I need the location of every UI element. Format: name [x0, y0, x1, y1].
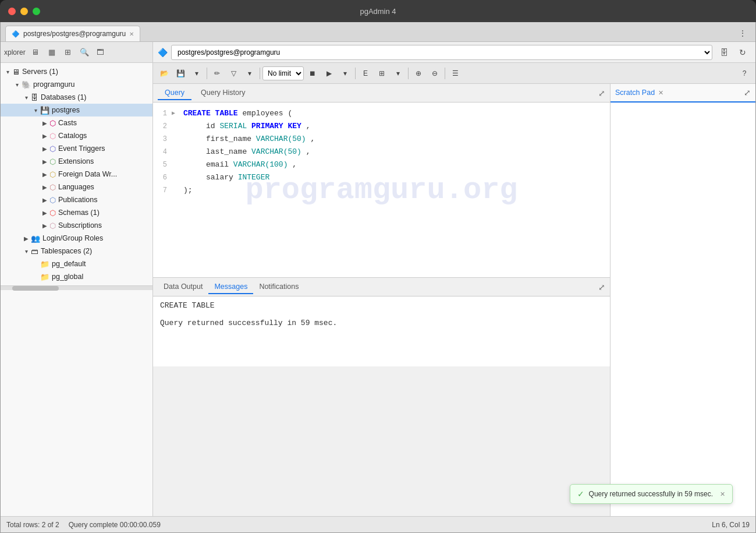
- run-options-btn[interactable]: ▾: [338, 66, 353, 81]
- toggle-subscriptions[interactable]: ▶: [40, 221, 49, 230]
- open-file-btn[interactable]: 📂: [157, 66, 172, 81]
- tree-item-extensions[interactable]: ▶ ⬡ Extensions: [1, 155, 152, 168]
- event-triggers-label: Event Triggers: [58, 144, 105, 153]
- tree-item-databases[interactable]: ▾ 🗄 Databases (1): [1, 91, 152, 104]
- pg-global-label: pg_global: [52, 273, 83, 281]
- tab-query-history-label: Query History: [201, 89, 245, 97]
- toggle-postgres[interactable]: ▾: [31, 105, 40, 115]
- tree-item-programguru[interactable]: ▾ 🐘 programguru: [1, 78, 152, 91]
- toggle-databases[interactable]: ▾: [22, 93, 31, 102]
- explain-analyze-btn[interactable]: ⊞: [374, 66, 389, 81]
- tree-item-postgres[interactable]: ▾ 💾 postgres: [1, 104, 152, 117]
- foreign-data-label: Foreign Data Wr...: [58, 170, 117, 178]
- save-btn[interactable]: 💾: [173, 66, 188, 81]
- tree-item-languages[interactable]: ▶ ⬡ Languages: [1, 181, 152, 193]
- tree-item-event-triggers[interactable]: ▶ ⬡ Event Triggers: [1, 142, 152, 155]
- search-icon-btn[interactable]: 🔍: [77, 45, 92, 60]
- postgres-label: postgres: [52, 106, 80, 114]
- toggle-event-triggers[interactable]: ▶: [40, 144, 49, 153]
- tree-item-tablespaces[interactable]: ▾ 🗃 Tablespaces (2): [1, 245, 152, 257]
- toggle-catalogs[interactable]: ▶: [40, 131, 49, 140]
- sql-editor[interactable]: programguru.org 1 ▶ CREATE TABLE employe…: [153, 103, 610, 277]
- commit-btn[interactable]: ⊕: [411, 66, 426, 81]
- query-tab[interactable]: 🔷 postgres/postgres@programguru ✕: [5, 26, 140, 41]
- app-title: pgAdmin 4: [360, 7, 396, 16]
- toast-close-btn[interactable]: ✕: [720, 490, 725, 498]
- tree-item-subscriptions[interactable]: ▶ ⬡ Subscriptions: [1, 219, 152, 232]
- tablespaces-label: Tablespaces (2): [41, 247, 92, 255]
- tab-data-output[interactable]: Data Output: [158, 280, 208, 294]
- tree-item-pg-default[interactable]: ▶ 📁 pg_default: [1, 257, 152, 270]
- more-options-button[interactable]: ⋮: [734, 25, 751, 41]
- query-history-btn[interactable]: ☰: [448, 66, 463, 81]
- explain-options-btn[interactable]: ▾: [391, 66, 406, 81]
- tab-messages[interactable]: Messages: [208, 280, 253, 294]
- tree-item-publications[interactable]: ▶ ⬡ Publications: [1, 193, 152, 206]
- image-icon-btn[interactable]: 🗔: [93, 45, 108, 60]
- toggle-casts[interactable]: ▶: [40, 118, 49, 128]
- toggle-login-roles[interactable]: ▶: [22, 234, 31, 243]
- table-icon-btn[interactable]: ▦: [44, 45, 59, 60]
- stop-btn[interactable]: ⏹: [305, 66, 320, 81]
- right-panel: 🔷 postgres/postgres@programguru 🗄 ↻ 📂 💾 …: [153, 42, 755, 516]
- refresh-connection-btn[interactable]: ↻: [734, 45, 751, 60]
- tab-query[interactable]: Query: [158, 86, 191, 100]
- help-btn[interactable]: ?: [737, 66, 752, 81]
- maximize-button[interactable]: [33, 8, 40, 15]
- scratch-pad-close[interactable]: ✕: [658, 89, 663, 97]
- sidebar-toolbar: xplorer 🖥 ▦ ⊞ 🔍 🗔: [1, 42, 152, 63]
- query-tab-label: postgres/postgres@programguru: [23, 30, 126, 38]
- toggle-languages[interactable]: ▶: [40, 182, 49, 192]
- rollback-btn[interactable]: ⊖: [427, 66, 442, 81]
- scratch-pad-expand[interactable]: ⤢: [744, 88, 751, 97]
- tree-item-servers[interactable]: ▾ 🖥 Servers (1): [1, 65, 152, 78]
- filter-btn[interactable]: ▽: [226, 66, 241, 81]
- toggle-publications[interactable]: ▶: [40, 195, 49, 204]
- tree-item-casts[interactable]: ▶ ⬡ Casts: [1, 117, 152, 129]
- toggle-programguru[interactable]: ▾: [12, 80, 22, 89]
- no-limit-select[interactable]: No limit: [262, 66, 304, 80]
- minimize-button[interactable]: [20, 8, 28, 15]
- run-btn[interactable]: ▶: [321, 66, 336, 81]
- tree-item-login-roles[interactable]: ▶ 👥 Login/Group Roles: [1, 232, 152, 245]
- sidebar-scrollbar-thumb[interactable]: [12, 286, 59, 291]
- tab-query-history[interactable]: Query History: [194, 86, 252, 100]
- catalogs-icon: ⬡: [49, 132, 56, 140]
- tablespaces-icon: 🗃: [31, 247, 38, 256]
- edit-btn[interactable]: ✏: [210, 66, 225, 81]
- sql-line-5: 5 email VARCHAR(100) ,: [153, 158, 610, 171]
- tree-item-schemas[interactable]: ▶ ⬡ Schemas (1): [1, 206, 152, 219]
- extensions-icon: ⬡: [49, 157, 56, 166]
- programguru-icon: 🐘: [22, 80, 31, 89]
- connection-manager-btn[interactable]: 🗄: [716, 45, 732, 60]
- close-button[interactable]: [8, 8, 16, 15]
- toggle-foreign-data[interactable]: ▶: [40, 170, 49, 179]
- filter-dropdown-btn[interactable]: ▾: [242, 66, 257, 81]
- main-window: 🔷 postgres/postgres@programguru ✕ ⋮ xplo…: [0, 22, 756, 533]
- tree-item-pg-global[interactable]: ▶ 📁 pg_global: [1, 270, 152, 283]
- login-roles-label: Login/Group Roles: [42, 234, 103, 242]
- expand-editor-btn[interactable]: ⤢: [598, 89, 605, 98]
- expand-bottom-btn[interactable]: ⤢: [598, 283, 605, 292]
- pg-global-icon: 📁: [40, 273, 49, 281]
- connection-select[interactable]: postgres/postgres@programguru: [171, 45, 712, 60]
- toggle-servers[interactable]: ▾: [3, 67, 12, 76]
- view-icon-btn[interactable]: ⊞: [61, 45, 76, 60]
- scratch-pad-content[interactable]: [611, 103, 755, 516]
- tree-item-catalogs[interactable]: ▶ ⬡ Catalogs: [1, 129, 152, 142]
- sql-line-1: 1 ▶ CREATE TABLE employees (: [153, 107, 610, 120]
- query-tab-close[interactable]: ✕: [129, 31, 134, 37]
- tab-notifications[interactable]: Notifications: [253, 280, 304, 294]
- line-content-4: last_name VARCHAR(50) ,: [181, 146, 310, 158]
- toggle-schemas[interactable]: ▶: [40, 208, 49, 217]
- postgres-icon: 💾: [40, 106, 49, 115]
- tree-item-foreign-data[interactable]: ▶ ⬡ Foreign Data Wr...: [1, 168, 152, 181]
- toggle-tablespaces[interactable]: ▾: [22, 246, 31, 256]
- sidebar-scrollbar[interactable]: [1, 285, 152, 290]
- bottom-content: CREATE TABLE Query returned successfully…: [153, 296, 610, 366]
- save-dropdown-btn[interactable]: ▾: [189, 66, 204, 81]
- databases-label: Databases (1): [41, 93, 87, 101]
- toggle-extensions[interactable]: ▶: [40, 157, 49, 166]
- explain-btn[interactable]: E: [358, 66, 373, 81]
- server-icon-btn[interactable]: 🖥: [28, 45, 43, 60]
